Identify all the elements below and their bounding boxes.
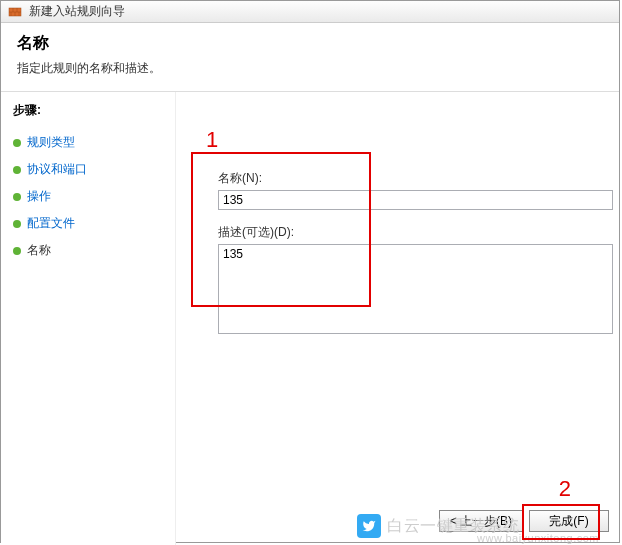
step-label: 配置文件	[27, 215, 75, 232]
step-bullet-icon	[13, 166, 21, 174]
steps-sidebar: 步骤: 规则类型 协议和端口 操作 配置文件 名称	[1, 92, 176, 545]
watermark-logo-icon	[357, 514, 381, 538]
step-label: 操作	[27, 188, 51, 205]
name-label: 名称(N):	[218, 170, 619, 187]
content-area: 步骤: 规则类型 协议和端口 操作 配置文件 名称 1	[1, 92, 619, 545]
description-input[interactable]	[218, 244, 613, 334]
step-name[interactable]: 名称	[13, 237, 163, 264]
window-title: 新建入站规则向导	[29, 3, 125, 20]
step-action[interactable]: 操作	[13, 183, 163, 210]
finish-button[interactable]: 完成(F)	[529, 510, 609, 532]
step-profile[interactable]: 配置文件	[13, 210, 163, 237]
page-title: 名称	[17, 33, 603, 54]
step-label: 名称	[27, 242, 51, 259]
step-label: 规则类型	[27, 134, 75, 151]
step-bullet-icon	[13, 247, 21, 255]
step-bullet-icon	[13, 193, 21, 201]
steps-heading: 步骤:	[13, 102, 163, 119]
step-bullet-icon	[13, 220, 21, 228]
watermark: 白云一键重装系统	[357, 514, 519, 538]
description-label: 描述(可选)(D):	[218, 224, 619, 241]
step-protocol-ports[interactable]: 协议和端口	[13, 156, 163, 183]
step-bullet-icon	[13, 139, 21, 147]
wizard-header: 名称 指定此规则的名称和描述。	[1, 23, 619, 92]
step-rule-type[interactable]: 规则类型	[13, 129, 163, 156]
annotation-marker-1: 1	[206, 127, 218, 153]
form-area: 名称(N): 描述(可选)(D):	[218, 170, 619, 351]
page-description: 指定此规则的名称和描述。	[17, 60, 603, 77]
watermark-text: 白云一键重装系统	[387, 516, 519, 537]
firewall-icon	[7, 4, 23, 20]
wizard-window: 新建入站规则向导 名称 指定此规则的名称和描述。 步骤: 规则类型 协议和端口 …	[0, 0, 620, 543]
name-field-group: 名称(N):	[218, 170, 619, 210]
description-field-group: 描述(可选)(D):	[218, 224, 619, 337]
main-panel: 1 名称(N): 描述(可选)(D):	[176, 92, 619, 545]
name-input[interactable]	[218, 190, 613, 210]
titlebar: 新建入站规则向导	[1, 1, 619, 23]
step-label: 协议和端口	[27, 161, 87, 178]
annotation-marker-2: 2	[559, 476, 571, 502]
